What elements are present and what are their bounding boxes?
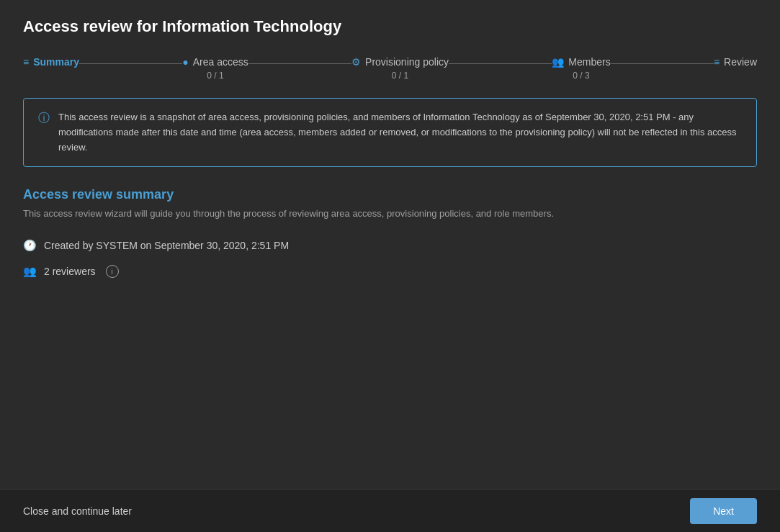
step-provisioning-policy[interactable]: ⚙ Provisioning policy 0 / 1: [351, 56, 449, 81]
members-icon: 👥: [552, 56, 564, 68]
reviewers-info-icon[interactable]: i: [106, 265, 119, 278]
step-area-access-label: Area access: [193, 56, 248, 68]
step-area-access-count: 0 / 1: [207, 71, 223, 81]
step-provisioning-label: Provisioning policy: [365, 56, 449, 68]
reviewers-meta: 👥 2 reviewers i: [23, 265, 757, 278]
step-review[interactable]: ≡ Review: [714, 56, 757, 68]
provisioning-icon: ⚙: [351, 56, 361, 68]
summary-title: Access review summary: [23, 187, 757, 202]
page-title: Access review for Information Technology: [23, 17, 757, 36]
reviewers-icon: 👥: [23, 265, 37, 278]
summary-section: Access review summary This access review…: [23, 187, 757, 291]
review-icon: ≡: [714, 56, 720, 68]
page-container: Access review for Information Technology…: [0, 0, 780, 532]
step-provisioning-count: 0 / 1: [392, 71, 408, 81]
step-members-count: 0 / 3: [573, 71, 589, 81]
step-review-label: Review: [724, 56, 757, 68]
reviewers-label: 2 reviewers: [44, 266, 96, 277]
next-button[interactable]: Next: [690, 498, 757, 524]
info-box: ⓘ This access review is a snapshot of ar…: [23, 98, 757, 167]
step-summary[interactable]: ≡ Summary: [23, 56, 79, 68]
step-area-access[interactable]: ● Area access 0 / 1: [182, 56, 248, 81]
summary-icon: ≡: [23, 56, 29, 68]
created-meta: 🕐 Created by SYSTEM on September 30, 202…: [23, 239, 757, 252]
connector-2: [248, 63, 351, 64]
connector-4: [611, 63, 714, 64]
connector-1: [79, 63, 182, 64]
created-label: Created by SYSTEM on September 30, 2020,…: [44, 240, 289, 251]
close-continue-link[interactable]: Close and continue later: [23, 505, 132, 517]
info-icon: ⓘ: [38, 111, 50, 126]
step-summary-label: Summary: [33, 56, 79, 68]
clock-icon: 🕐: [23, 239, 37, 252]
stepper: ≡ Summary ● Area access 0 / 1 ⚙ Provisio…: [23, 56, 757, 81]
footer: Close and continue later Next: [0, 489, 780, 532]
step-members[interactable]: 👥 Members 0 / 3: [552, 56, 610, 81]
summary-subtitle: This access review wizard will guide you…: [23, 208, 757, 219]
info-text: This access review is a snapshot of area…: [58, 110, 742, 155]
area-access-icon: ●: [182, 56, 188, 68]
step-members-label: Members: [568, 56, 610, 68]
connector-3: [449, 63, 552, 64]
